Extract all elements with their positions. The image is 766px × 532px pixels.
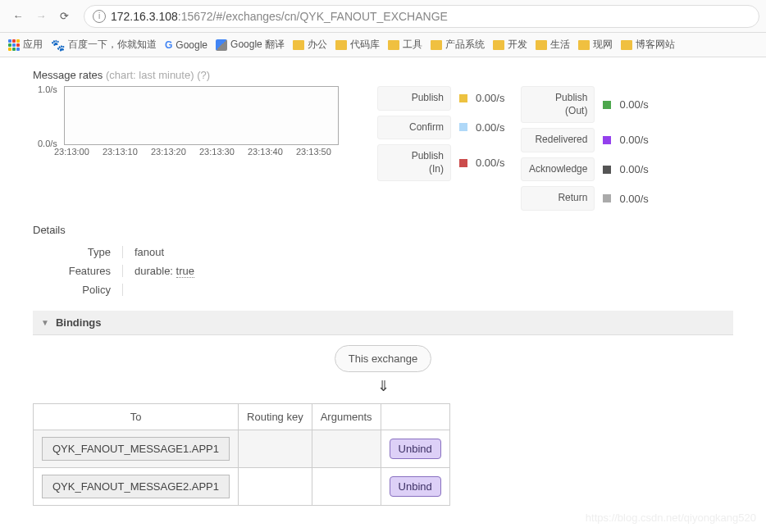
watermark: https://blog.csdn.net/qiyongkang520 <box>586 512 756 512</box>
detail-features: Features durable: true <box>33 261 733 280</box>
baidu-icon: 🐾 <box>51 39 65 52</box>
google-icon: G <box>165 39 172 51</box>
th-arguments: Arguments <box>312 403 381 430</box>
bookmark-folder-1[interactable]: 办公 <box>293 38 327 52</box>
bookmark-apps[interactable]: 应用 <box>8 38 43 52</box>
folder-icon <box>293 40 304 50</box>
table-row: QYK_FANOUT_MESSAGE2.APP1 Unbind <box>34 467 450 505</box>
bookmark-folder-6[interactable]: 生活 <box>536 38 570 52</box>
rate-publish-in: Publish (In) 0.00/s <box>377 144 504 181</box>
bookmark-folder-3[interactable]: 工具 <box>388 38 422 52</box>
site-info-icon[interactable]: i <box>93 10 106 23</box>
bindings-header[interactable]: ▼ Bindings <box>33 311 733 335</box>
table-row: QYK_FANOUT_MESSAGE1.APP1 Unbind <box>34 430 450 467</box>
queue-link[interactable]: QYK_FANOUT_MESSAGE1.APP1 <box>42 437 230 461</box>
apps-icon <box>8 39 20 51</box>
folder-icon <box>536 40 547 50</box>
rate-publish-out: Publish (Out) 0.00/s <box>521 86 648 123</box>
rate-return: Return 0.00/s <box>521 186 648 211</box>
folder-icon <box>335 40 347 50</box>
details-title: Details <box>33 224 733 236</box>
bookmark-folder-2[interactable]: 代码库 <box>335 38 380 52</box>
y-axis-bottom: 0.0/s <box>38 139 57 148</box>
swatch-return <box>603 194 611 202</box>
collapse-icon: ▼ <box>41 318 49 327</box>
message-rates-title: Message rates (chart: last minute) (?) <box>33 69 733 81</box>
folder-icon <box>388 40 399 50</box>
bookmark-folder-4[interactable]: 产品系统 <box>431 38 485 52</box>
bookmark-baidu[interactable]: 🐾 百度一下，你就知道 <box>51 38 157 52</box>
bookmark-folder-5[interactable]: 开发 <box>493 38 527 52</box>
swatch-publish <box>459 94 467 102</box>
th-actions <box>381 403 449 430</box>
translate-icon <box>216 39 227 51</box>
folder-icon <box>578 40 590 50</box>
y-axis-top: 1.0/s <box>38 84 57 94</box>
rates-chart: 1.0/s 0.0/s 23:13:00 23:13:10 23:13:20 2… <box>33 86 344 157</box>
forward-button[interactable]: → <box>31 7 51 26</box>
folder-icon <box>431 40 442 50</box>
unbind-button[interactable]: Unbind <box>390 439 441 459</box>
detail-type: Type fanout <box>33 243 733 261</box>
back-button[interactable]: ← <box>8 7 28 26</box>
table-header-row: To Routing key Arguments <box>34 403 450 430</box>
folder-icon <box>493 40 504 50</box>
swatch-redelivered <box>603 136 611 144</box>
reload-button[interactable]: ⟳ <box>54 7 74 26</box>
x-axis-labels: 23:13:00 23:13:10 23:13:20 23:13:30 23:1… <box>33 147 344 157</box>
th-routing-key: Routing key <box>239 403 312 430</box>
address-bar[interactable]: i 172.16.3.108:15672/#/exchanges/cn/QYK_… <box>84 5 759 28</box>
help-icon[interactable]: (?) <box>197 69 210 81</box>
rate-acknowledge: Acknowledge 0.00/s <box>521 157 648 182</box>
queue-link[interactable]: QYK_FANOUT_MESSAGE2.APP1 <box>42 475 230 498</box>
bookmark-google[interactable]: G Google <box>165 39 207 51</box>
rate-publish: Publish 0.00/s <box>377 86 504 111</box>
bookmark-folder-8[interactable]: 博客网站 <box>621 38 675 52</box>
arrow-down-icon: ⇓ <box>377 377 390 395</box>
bookmarks-bar: 应用 🐾 百度一下，你就知道 G Google Google 翻译 办公 代码库… <box>0 33 766 57</box>
swatch-publish-in <box>459 159 467 167</box>
rate-redelivered: Redelivered 0.00/s <box>521 128 648 152</box>
bindings-table: To Routing key Arguments QYK_FANOUT_MESS… <box>33 403 450 506</box>
rate-confirm: Confirm 0.00/s <box>377 116 504 140</box>
browser-toolbar: ← → ⟳ i 172.16.3.108:15672/#/exchanges/c… <box>0 0 766 33</box>
swatch-acknowledge <box>603 166 611 174</box>
detail-policy: Policy <box>33 280 733 299</box>
bookmark-gtranslate[interactable]: Google 翻译 <box>216 38 285 52</box>
th-to: To <box>34 403 239 430</box>
unbind-button[interactable]: Unbind <box>390 476 441 497</box>
bookmark-folder-7[interactable]: 现网 <box>578 38 613 52</box>
chart-plot-area <box>64 86 339 145</box>
this-exchange-badge: This exchange <box>335 345 432 372</box>
folder-icon <box>621 40 632 50</box>
swatch-confirm <box>459 123 467 131</box>
swatch-publish-out <box>603 101 611 109</box>
url-text: 172.16.3.108:15672/#/exchanges/cn/QYK_FA… <box>111 10 448 23</box>
